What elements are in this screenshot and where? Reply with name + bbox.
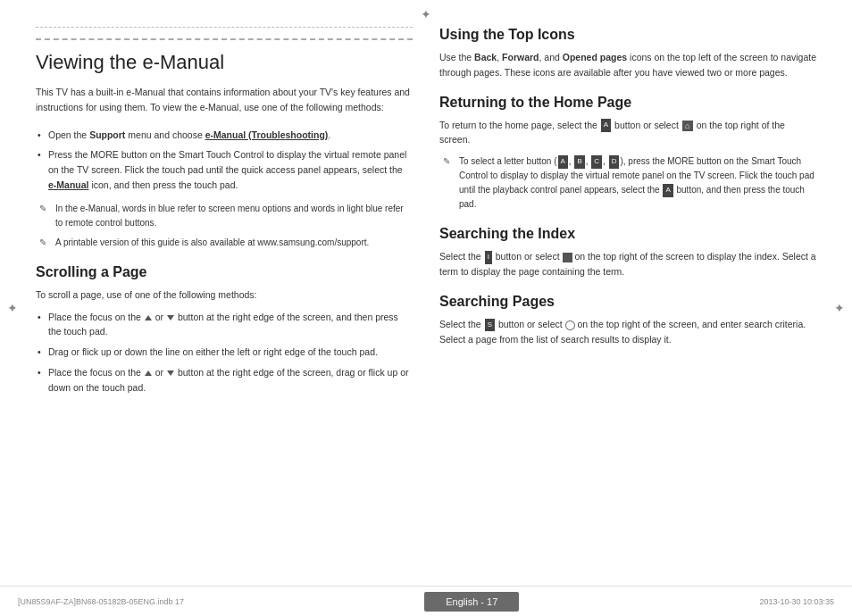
a-btn-small: A bbox=[663, 184, 672, 197]
list-item: Place the focus on the or button at the … bbox=[36, 310, 413, 340]
scrolling-heading: Scrolling a Page bbox=[36, 264, 413, 280]
index-icon bbox=[563, 253, 572, 262]
top-icons-text: Use the Back, Forward, and Opened pages … bbox=[439, 50, 816, 80]
down-arrow-icon bbox=[167, 315, 174, 320]
note-item: A printable version of this guide is als… bbox=[36, 236, 413, 250]
d-btn: D bbox=[609, 155, 620, 169]
list-item: Place the focus on the or button at the … bbox=[36, 365, 413, 395]
crosshair-left-icon: ✦ bbox=[7, 301, 18, 315]
content-area: Viewing the e-Manual This TV has a built… bbox=[0, 0, 852, 616]
scrolling-intro: To scroll a page, use of one of the foll… bbox=[36, 287, 413, 303]
home-note: To select a letter button (A, B, C, D), … bbox=[439, 154, 816, 212]
bottom-left-text: [UN85S9AF-ZA]BN68-05182B-05ENG.indb 17 bbox=[18, 597, 184, 606]
page-indicator: English - 17 bbox=[424, 592, 519, 612]
right-column: Using the Top Icons Use the Back, Forwar… bbox=[439, 27, 816, 562]
index-btn: I bbox=[485, 251, 492, 264]
search-heading: Searching Pages bbox=[439, 294, 816, 310]
home-icon: ⌂ bbox=[682, 121, 693, 131]
top-icons-heading: Using the Top Icons bbox=[439, 27, 816, 43]
a-btn: A bbox=[558, 155, 568, 169]
bottom-bar: [UN85S9AF-ZA]BN68-05182B-05ENG.indb 17 E… bbox=[0, 586, 852, 616]
search-text: Select the S button or select on the top… bbox=[439, 317, 816, 347]
up-arrow-icon bbox=[145, 370, 152, 376]
home-text: To return to the home page, select the A… bbox=[439, 118, 816, 148]
up-arrow-icon bbox=[145, 315, 152, 320]
page-container: ✦ ✦ ✦ Viewing the e-Manual This TV has a… bbox=[0, 0, 852, 616]
index-heading: Searching the Index bbox=[439, 226, 816, 242]
page-title: Viewing the e-Manual bbox=[36, 38, 413, 74]
methods-list: Open the Support menu and choose e-Manua… bbox=[36, 128, 413, 193]
index-text: Select the I button or select on the top… bbox=[439, 249, 816, 279]
crosshair-right-icon: ✦ bbox=[834, 301, 845, 315]
home-heading: Returning to the Home Page bbox=[439, 95, 816, 111]
search-btn: S bbox=[485, 319, 495, 332]
list-item: Open the Support menu and choose e-Manua… bbox=[36, 128, 413, 143]
intro-text: This TV has a built-in e-Manual that con… bbox=[36, 85, 413, 115]
c-btn: C bbox=[591, 155, 602, 169]
list-item: Press the MORE button on the Smart Touch… bbox=[36, 147, 413, 192]
crosshair-top-icon: ✦ bbox=[421, 7, 431, 21]
left-column: Viewing the e-Manual This TV has a built… bbox=[36, 27, 413, 562]
scrolling-list: Place the focus on the or button at the … bbox=[36, 310, 413, 395]
note-item: In the e-Manual, words in blue refer to … bbox=[36, 202, 413, 230]
a-button-icon: A bbox=[601, 119, 611, 132]
down-arrow-icon bbox=[167, 370, 174, 376]
section-divider bbox=[36, 27, 413, 28]
b-btn: B bbox=[574, 155, 584, 169]
bottom-right-text: 2013-10-30 10:03:35 bbox=[759, 597, 834, 606]
search-icon bbox=[565, 320, 575, 330]
list-item: Drag or flick up or down the line on eit… bbox=[36, 345, 413, 360]
